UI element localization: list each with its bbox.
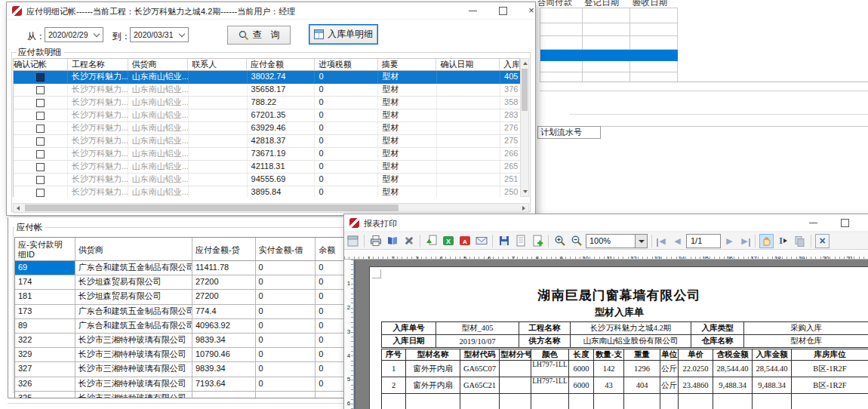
info-label: 入库日期 bbox=[382, 335, 436, 348]
cell-profile-code bbox=[460, 394, 500, 409]
cell-supplier: 山东南山铝业... bbox=[128, 186, 189, 197]
hand-tool-button[interactable] bbox=[759, 234, 774, 248]
query-button[interactable]: 查 询 bbox=[227, 26, 291, 45]
table-row[interactable]: 322 长沙市三湘特种玻璃有限公司 9839.34 0 0 bbox=[15, 334, 362, 348]
titlebar[interactable]: 报表打印 × bbox=[344, 214, 868, 232]
zoom-select[interactable]: 100% bbox=[586, 234, 648, 248]
confirm-checkbox[interactable] bbox=[36, 189, 45, 197]
form-icon[interactable] bbox=[346, 234, 360, 248]
scroll-down-arrow[interactable] bbox=[523, 190, 528, 193]
zoom-out-button[interactable] bbox=[569, 234, 583, 248]
email-button[interactable] bbox=[474, 234, 488, 248]
maximize-button[interactable] bbox=[490, 2, 516, 20]
confirm-checkbox[interactable] bbox=[36, 86, 45, 94]
confirm-checkbox[interactable] bbox=[36, 125, 45, 133]
tools-icon[interactable] bbox=[402, 234, 416, 248]
cell-summary: 型材 bbox=[378, 161, 437, 173]
minimize-button[interactable] bbox=[800, 214, 826, 232]
titlebar[interactable]: 应付明细记帐------当前工程：长沙万科魅力之城4.2期------当前用户：… bbox=[7, 2, 535, 20]
cell-project: 长沙万科魅力... bbox=[68, 186, 128, 197]
confirm-checkbox[interactable] bbox=[36, 176, 45, 184]
ruler-number: 3 bbox=[344, 320, 353, 344]
cell-weight bbox=[624, 394, 660, 409]
minimize-button[interactable] bbox=[460, 2, 485, 20]
scroll-up-arrow[interactable] bbox=[523, 62, 528, 65]
zoom-in-button[interactable] bbox=[553, 234, 567, 248]
bg-grid-row[interactable] bbox=[540, 8, 678, 23]
print-preview-area[interactable]: 湖南巨晟门窗幕墙有限公司 型材入库单 入库单号 型材_405 工程名称 长沙万科… bbox=[354, 260, 868, 409]
last-page-button[interactable]: ▶ bbox=[738, 236, 751, 246]
cell-tax: 0 bbox=[315, 148, 378, 160]
confirm-checkbox[interactable] bbox=[36, 163, 45, 171]
table-row[interactable]: 326 长沙市三湘特种玻璃有限公司 7193.64 0 0 bbox=[15, 377, 362, 392]
pdf-export-button[interactable]: A bbox=[457, 234, 472, 248]
copy-button[interactable] bbox=[793, 234, 807, 248]
vertical-scrollbar[interactable] bbox=[520, 58, 529, 197]
table-row[interactable]: 327 长沙市三湘特种玻璃有限公司 9839.34 0 0 bbox=[15, 362, 362, 377]
table-row[interactable]: 长沙万科魅力... 山东南山铝业... 42118.31 0 型材 265 bbox=[14, 161, 520, 174]
scrollbar-thumb[interactable] bbox=[25, 204, 399, 211]
confirm-checkbox[interactable] bbox=[36, 99, 45, 107]
bg-grid-row[interactable] bbox=[540, 23, 678, 36]
cell-payable: 27200 bbox=[192, 275, 256, 289]
confirm-checkbox[interactable] bbox=[36, 112, 45, 120]
table-row[interactable]: 174 长沙坦森贸易有限公司 27200 0 0 bbox=[15, 275, 362, 290]
table-row[interactable]: 长沙万科魅力... 山东南山铝业... 42818.37 0 型材 275 bbox=[14, 135, 520, 148]
table-row[interactable]: 89 广东合和建筑五金制品有限公司 40963.92 0 0 bbox=[15, 319, 362, 334]
add-page-button[interactable] bbox=[530, 234, 544, 248]
maximize-button[interactable] bbox=[832, 214, 857, 232]
excel-export-button[interactable]: X bbox=[441, 234, 455, 248]
prev-page-button[interactable]: ◀ bbox=[671, 236, 684, 246]
cell-contact bbox=[189, 109, 248, 121]
table-row[interactable]: 325 长沙市三湘特种玻璃有限公司 bbox=[15, 392, 362, 398]
next-page-button[interactable]: ▶ bbox=[723, 236, 736, 246]
dropdown-arrow-icon[interactable] bbox=[635, 235, 647, 248]
confirm-checkbox[interactable] bbox=[36, 73, 45, 81]
close-button[interactable]: × bbox=[863, 214, 868, 232]
page-indicator[interactable]: 1/1 bbox=[686, 234, 721, 248]
to-date-combo[interactable]: 2020/03/31 bbox=[130, 27, 189, 42]
bg-grid-row[interactable] bbox=[540, 36, 678, 50]
horizontal-scrollbar[interactable] bbox=[13, 203, 529, 213]
text-select-button[interactable]: I bbox=[776, 234, 790, 248]
table-row[interactable]: 长沙万科魅力... 山东南山铝业... 38032.74 0 型材 405 bbox=[14, 71, 520, 84]
save-button[interactable] bbox=[497, 234, 511, 248]
table-row[interactable]: 长沙万科魅力... 山东南山铝业... 3895.84 0 型材 250 bbox=[14, 186, 520, 197]
table-row[interactable]: 69 广东合和建筑五金制品有限公司 11411.78 0 0 bbox=[15, 261, 362, 275]
info-label: 仓库名称 bbox=[691, 335, 744, 348]
info-label: 入库类型 bbox=[691, 322, 744, 335]
table-row[interactable]: 长沙万科魅力... 山东南山铝业... 788.22 0 型材 358 bbox=[14, 97, 520, 109]
close-button[interactable]: × bbox=[519, 2, 544, 20]
confirm-checkbox[interactable] bbox=[36, 150, 45, 158]
app-icon bbox=[349, 218, 359, 228]
bg-grid-row-selected[interactable] bbox=[540, 50, 678, 61]
from-date-combo[interactable]: 2020/02/29 bbox=[45, 27, 103, 42]
ruler-number: 13 bbox=[645, 254, 669, 260]
page-button[interactable] bbox=[513, 234, 528, 248]
table-row[interactable]: 长沙万科魅力... 山东南山铝业... 63929.46 0 型材 276 bbox=[14, 122, 520, 135]
table-row[interactable]: 329 长沙市三湘特种玻璃有限公司 10790.46 0 0 bbox=[15, 348, 362, 362]
bg-grid-row[interactable] bbox=[540, 61, 678, 72]
export-button[interactable] bbox=[424, 234, 439, 248]
table-row[interactable]: 181 长沙坦森贸易有限公司 27200 0 0 bbox=[15, 290, 362, 304]
scroll-left-arrow[interactable] bbox=[17, 206, 20, 211]
table-row[interactable]: 长沙万科魅力... 山东南山铝业... 67201.35 0 型材 283 bbox=[14, 109, 520, 122]
confirm-checkbox[interactable] bbox=[36, 137, 45, 146]
cell-price: 23.4860 bbox=[679, 377, 713, 394]
table-row[interactable]: 173 广东合和建筑五金制品有限公司 774.4 0 0 bbox=[15, 305, 362, 319]
bg-grid[interactable] bbox=[540, 8, 678, 82]
cell-length: 6000 bbox=[569, 361, 594, 377]
table-row[interactable]: 长沙万科魅力... 山东南山铝业... 94555.69 0 型材 251 bbox=[14, 174, 520, 186]
inbound-detail-button[interactable]: 入库单明细 bbox=[309, 24, 378, 45]
first-page-button[interactable]: ◀ bbox=[656, 236, 669, 246]
print-button[interactable] bbox=[368, 234, 383, 248]
cell-paid: 0 bbox=[256, 290, 316, 303]
table-row[interactable]: 长沙万科魅力... 山东南山铝业... 73671.19 0 型材 266 bbox=[14, 148, 520, 161]
book-icon[interactable] bbox=[385, 234, 399, 248]
ruler-number: 7 bbox=[501, 254, 525, 260]
table-row[interactable]: 长沙万科魅力... 山东南山铝业... 35658.17 0 型材 376 bbox=[14, 84, 520, 97]
cell-project: 长沙万科魅力... bbox=[68, 84, 128, 96]
scrollbar-thumb[interactable] bbox=[522, 69, 528, 111]
close-preview-button[interactable]: × bbox=[815, 234, 830, 248]
scroll-right-arrow[interactable] bbox=[522, 206, 525, 211]
